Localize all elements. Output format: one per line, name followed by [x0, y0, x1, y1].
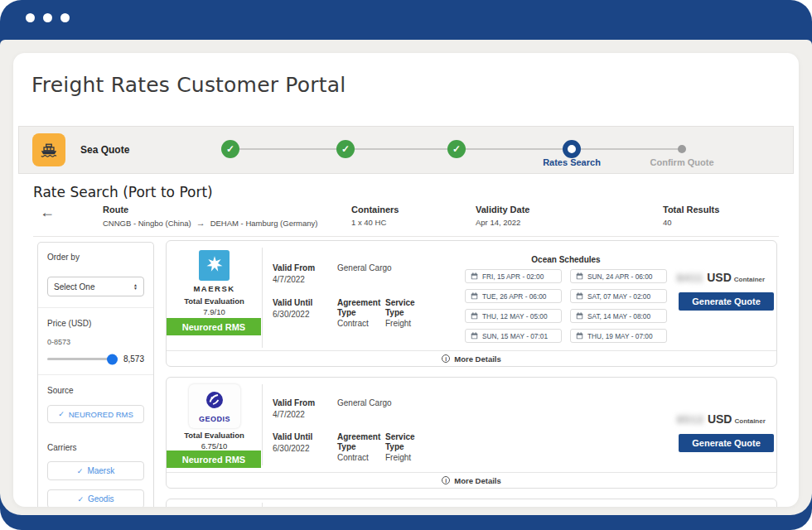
service-type-label: Service Type	[385, 432, 422, 452]
filter-divider	[38, 307, 153, 308]
price-slider-handle[interactable]	[107, 354, 118, 364]
source-badge: Neurored RMS	[167, 450, 261, 468]
card-column-divider	[262, 384, 263, 465]
step-done-icon: ✓	[336, 140, 355, 158]
source-filter-neurored-rms[interactable]: ✓ NEURORED RMS	[47, 405, 144, 423]
evaluation-label: Total Evaluation	[167, 431, 262, 440]
containers-value: 1 x 40 HC	[351, 218, 399, 227]
valid-from-label: Valid From	[273, 398, 315, 408]
check-icon: ✓	[58, 410, 65, 418]
step-label-rates-search: Rates Search	[543, 157, 601, 167]
evaluation-label: Total Evaluation	[167, 296, 262, 306]
summary-route: Route CNNGB - Ningbo (China) → DEHAM - H…	[103, 205, 318, 228]
summary-divider	[33, 236, 779, 237]
valid-from-value: 4/7/2022	[273, 410, 305, 419]
route-arrow-icon: →	[196, 218, 205, 228]
card-column-divider	[262, 503, 263, 507]
carrier-name: MAERSK	[167, 284, 262, 293]
schedule-chip[interactable]: SUN, 15 MAY - 07:01	[465, 329, 562, 343]
agreement-type-value: Contract	[337, 319, 369, 328]
calendar-icon	[576, 312, 583, 320]
window-control-dot[interactable]	[26, 13, 35, 22]
carriers-filter-label: Carriers	[47, 443, 144, 452]
price-amount-redacted: 8512	[677, 413, 704, 426]
back-arrow-icon[interactable]: ←	[40, 204, 55, 221]
price-range-label: 0-8573	[47, 338, 144, 346]
calendar-icon	[471, 312, 478, 320]
search-summary: ← Route CNNGB - Ningbo (China) → DEHAM -…	[33, 204, 779, 237]
window-controls	[26, 13, 70, 22]
carrier-filter-maersk[interactable]: ✓ Maersk	[47, 461, 144, 480]
calendar-icon	[576, 272, 583, 280]
rate-card-maersk: MAERSK Total Evaluation 7.9/10 Neurored …	[166, 240, 777, 367]
price-slider-track[interactable]	[47, 358, 114, 360]
window-control-dot[interactable]	[43, 13, 52, 22]
calendar-icon	[576, 332, 583, 340]
valid-until-label: Valid Until	[273, 298, 312, 308]
order-by-selected-value: Select One	[54, 282, 94, 292]
validity-value: Apr 14, 2022	[476, 218, 529, 227]
step-done-icon: ✓	[447, 140, 466, 158]
cargo-type: General Cargo	[337, 398, 392, 407]
agreement-type-label: Agreement Type	[337, 432, 385, 452]
summary-total-results: Total Results 40	[663, 205, 719, 227]
card-column-divider	[262, 248, 263, 348]
schedule-chip[interactable]: SAT, 07 MAY - 02:00	[570, 289, 667, 303]
schedule-chip[interactable]: TUE, 26 APR - 06:00	[465, 289, 562, 303]
generate-quote-button[interactable]: Generate Quote	[679, 434, 774, 452]
more-details-button[interactable]: i More Details	[167, 472, 776, 488]
schedule-chip[interactable]: THU, 12 MAY - 05:00	[465, 309, 562, 323]
price-slider: 8,573	[47, 354, 144, 364]
agreement-type-label: Agreement Type	[337, 298, 385, 318]
evaluation-value: 6.75/10	[167, 441, 262, 450]
info-icon: i	[442, 476, 450, 484]
check-icon: ✓	[77, 495, 84, 504]
step-done-icon: ✓	[221, 140, 239, 158]
price: 8411 USD Container	[677, 271, 765, 284]
schedule-chip[interactable]: SUN, 24 APR - 06:00	[570, 269, 667, 283]
window-control-dot[interactable]	[60, 13, 70, 22]
order-by-label: Order by	[47, 253, 144, 262]
step-label-confirm-quote: Confirm Quote	[650, 157, 714, 167]
carrier-filter-geodis[interactable]: ✓ Geodis	[47, 489, 144, 507]
source-badge: Neurored RMS	[167, 318, 261, 335]
order-by-select[interactable]: Select One ▲ ▼	[47, 277, 144, 296]
ocean-schedules-title: Ocean Schedules	[465, 255, 667, 264]
sea-quote-label: Sea Quote	[80, 144, 129, 156]
more-details-button[interactable]: i More Details	[167, 350, 776, 366]
valid-until-value: 6/30/2022	[273, 444, 310, 453]
step-todo-confirm-quote	[678, 145, 686, 153]
schedule-chip[interactable]: THU, 19 MAY - 07:00	[570, 329, 667, 343]
rate-card-geodis: GEODIS Total Evaluation 6.75/10 Neurored…	[166, 377, 777, 489]
portal-page: Freight Rates Customer Portal Sea Quote …	[13, 53, 799, 507]
cargo-type: General Cargo	[337, 263, 392, 272]
price: 8512 USD Container	[677, 412, 766, 426]
price-filter-label: Price (USD)	[47, 319, 144, 328]
info-icon: i	[442, 354, 450, 363]
calendar-icon	[471, 292, 478, 300]
maersk-star-icon	[204, 253, 225, 278]
calendar-icon	[471, 272, 478, 280]
service-type-label: Service Type	[385, 298, 422, 318]
evaluation-value: 7.9/10	[167, 307, 262, 316]
geodis-logo: GEODIS	[189, 384, 240, 428]
summary-validity-date: Validity Date Apr 14, 2022	[476, 205, 529, 227]
total-results-value: 40	[663, 218, 719, 227]
step-current-rates-search[interactable]	[563, 140, 581, 158]
schedule-chip[interactable]: FRI, 15 APR - 02:00	[465, 269, 562, 283]
price-amount-redacted: 8411	[677, 272, 703, 284]
total-results-label: Total Results	[663, 205, 719, 214]
carrier-name: GEODIS	[199, 415, 230, 423]
generate-quote-button[interactable]: Generate Quote	[679, 292, 774, 311]
valid-until-label: Valid Until	[273, 432, 312, 442]
ocean-schedules: Ocean Schedules FRI, 15 APR - 02:00 TUE,…	[465, 255, 667, 343]
summary-containers: Containers 1 x 40 HC	[351, 205, 399, 227]
service-type-value: Freight	[385, 319, 411, 328]
filter-divider	[38, 374, 153, 375]
schedule-chip[interactable]: SAT, 14 MAY - 08:00	[570, 309, 667, 323]
section-heading: Rate Search (Port to Port)	[33, 184, 213, 200]
price-unit: Container	[734, 276, 765, 283]
route-label: Route	[103, 205, 318, 214]
ship-icon	[38, 137, 60, 162]
price-currency: USD	[708, 412, 732, 426]
